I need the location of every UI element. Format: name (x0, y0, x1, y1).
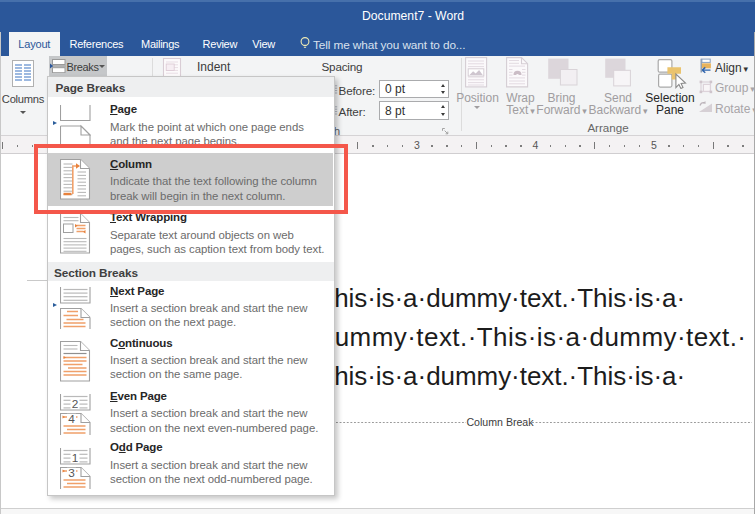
svg-text:1: 1 (71, 451, 78, 465)
svg-text:4: 4 (68, 413, 75, 426)
svg-text:2: 2 (71, 397, 78, 411)
svg-text:3: 3 (68, 467, 75, 480)
